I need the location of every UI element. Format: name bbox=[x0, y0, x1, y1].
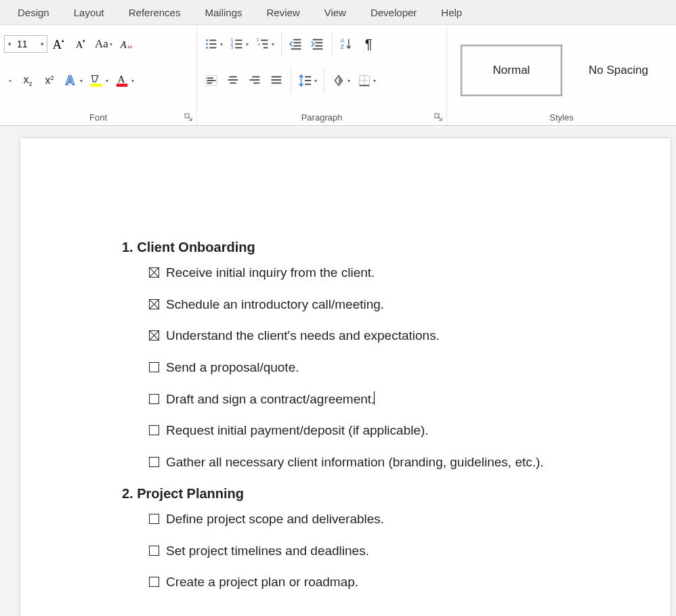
highlight-button[interactable]: ▾ bbox=[87, 68, 111, 93]
svg-point-10 bbox=[206, 39, 208, 41]
svg-rect-8 bbox=[117, 84, 128, 87]
style-no-spacing[interactable]: No Spacing bbox=[568, 45, 669, 96]
checkbox-icon[interactable] bbox=[149, 514, 159, 524]
svg-text:Z: Z bbox=[341, 44, 344, 50]
group-label-styles: Styles bbox=[451, 112, 672, 124]
checklist-text[interactable]: Send a proposal/quote. bbox=[166, 359, 299, 376]
align-left-button[interactable] bbox=[201, 68, 221, 93]
tab-help[interactable]: Help bbox=[429, 3, 474, 22]
tab-view[interactable]: View bbox=[312, 3, 358, 22]
checkbox-icon[interactable] bbox=[149, 577, 159, 587]
increase-indent-button[interactable] bbox=[308, 31, 328, 57]
strikethrough-indicator[interactable]: - bbox=[4, 68, 16, 93]
shrink-font-button[interactable]: A▾ bbox=[70, 31, 91, 57]
checklist-item[interactable]: Gather all necessary client information … bbox=[149, 454, 630, 471]
tab-layout[interactable]: Layout bbox=[62, 3, 117, 22]
group-font: ▾ ▾ A▴ A▾ Aa▾ A - x2 x2 A▾ ▾ A▾ Font bbox=[0, 25, 197, 125]
checklist-text[interactable]: Define project scope and deliverables. bbox=[166, 511, 384, 528]
grow-font-button[interactable]: A▴ bbox=[49, 31, 69, 57]
decrease-indent-button[interactable] bbox=[286, 31, 306, 57]
tab-mailings[interactable]: Mailings bbox=[192, 3, 254, 22]
font-dialog-launcher[interactable] bbox=[183, 112, 194, 123]
checkbox-icon[interactable] bbox=[149, 330, 159, 340]
svg-text:▴: ▴ bbox=[62, 37, 64, 43]
checklist-item[interactable]: Understand the client's needs and expect… bbox=[149, 328, 630, 345]
group-label-font: Font bbox=[4, 112, 192, 124]
text-cursor bbox=[374, 391, 375, 405]
font-dropdown-left[interactable]: ▾ bbox=[5, 41, 14, 47]
checklist-text[interactable]: Draft and sign a contract/agreement. bbox=[166, 391, 375, 408]
svg-point-11 bbox=[206, 43, 208, 45]
checkbox-icon[interactable] bbox=[149, 425, 159, 435]
checklist-text[interactable]: Understand the client's needs and expect… bbox=[166, 328, 440, 345]
font-size-dropdown[interactable]: ▾ bbox=[37, 41, 47, 47]
tab-references[interactable]: References bbox=[117, 3, 193, 22]
sort-button[interactable]: AZ bbox=[337, 31, 357, 57]
font-size-input[interactable] bbox=[14, 37, 37, 51]
svg-text:3: 3 bbox=[231, 45, 234, 49]
svg-text:A: A bbox=[341, 38, 345, 44]
svg-text:A: A bbox=[120, 39, 127, 50]
checkbox-icon[interactable] bbox=[149, 457, 159, 467]
svg-text:A: A bbox=[53, 38, 62, 51]
numbering-button[interactable]: 123▾ bbox=[227, 31, 251, 57]
checklist-text[interactable]: Receive initial inquiry from the client. bbox=[166, 265, 375, 282]
checkbox-icon[interactable] bbox=[149, 267, 159, 278]
show-paragraph-marks-button[interactable]: ¶ bbox=[358, 31, 379, 57]
ribbon-tabs: Design Layout References Mailings Review… bbox=[0, 0, 676, 24]
text-effects-button[interactable]: A▾ bbox=[61, 68, 85, 93]
section-heading[interactable]: 2. Project Planning bbox=[122, 486, 630, 502]
checklist-text[interactable]: Set project timelines and deadlines. bbox=[166, 543, 369, 560]
checklist-item[interactable]: Send a proposal/quote. bbox=[149, 359, 630, 376]
group-paragraph: ▾ 123▾ 1a▾ AZ ¶ ▾ ▾ ▾ Pa bbox=[197, 25, 447, 125]
justify-button[interactable] bbox=[266, 68, 287, 93]
document-page[interactable]: 1. Client OnboardingReceive initial inqu… bbox=[20, 138, 671, 616]
checklist-item[interactable]: Schedule an introductory call/meeting. bbox=[149, 296, 630, 313]
svg-point-12 bbox=[206, 47, 208, 49]
superscript-button[interactable]: x2 bbox=[39, 68, 60, 93]
checklist-item[interactable]: Set project timelines and deadlines. bbox=[149, 543, 630, 560]
svg-text:a: a bbox=[258, 42, 261, 46]
checkbox-icon[interactable] bbox=[149, 362, 159, 372]
line-spacing-button[interactable]: ▾ bbox=[295, 68, 320, 93]
checklist-text[interactable]: Gather all necessary client information … bbox=[166, 454, 544, 471]
checklist-text[interactable]: Request initial payment/deposit (if appl… bbox=[166, 422, 429, 439]
bullets-button[interactable]: ▾ bbox=[201, 31, 226, 57]
multilevel-list-button[interactable]: 1a▾ bbox=[253, 31, 277, 57]
clear-formatting-button[interactable]: A bbox=[117, 31, 137, 57]
borders-button[interactable]: ▾ bbox=[354, 68, 379, 93]
shading-button[interactable]: ▾ bbox=[329, 68, 353, 93]
section-heading[interactable]: 1. Client Onboarding bbox=[122, 240, 630, 255]
checklist-item[interactable]: Create a project plan or roadmap. bbox=[149, 574, 630, 591]
checklist-item[interactable]: Draft and sign a contract/agreement. bbox=[149, 391, 630, 408]
group-styles: Normal No Spacing Styles bbox=[447, 25, 676, 125]
font-size-control: ▾ ▾ bbox=[4, 35, 47, 53]
checkbox-icon[interactable] bbox=[149, 299, 159, 309]
paragraph-dialog-launcher[interactable] bbox=[433, 112, 444, 123]
svg-text:A: A bbox=[66, 73, 75, 87]
ribbon: ▾ ▾ A▴ A▾ Aa▾ A - x2 x2 A▾ ▾ A▾ Font bbox=[0, 24, 676, 126]
svg-text:▾: ▾ bbox=[83, 38, 85, 44]
document-canvas: 1. Client OnboardingReceive initial inqu… bbox=[0, 126, 676, 616]
checklist-item[interactable]: Define project scope and deliverables. bbox=[149, 511, 630, 528]
change-case-button[interactable]: Aa▾ bbox=[92, 31, 115, 57]
subscript-button[interactable]: x2 bbox=[18, 68, 38, 93]
checklist-text[interactable]: Create a project plan or roadmap. bbox=[166, 574, 358, 591]
tab-review[interactable]: Review bbox=[255, 3, 312, 22]
style-normal[interactable]: Normal bbox=[461, 45, 562, 96]
tab-developer[interactable]: Developer bbox=[358, 3, 429, 22]
checkbox-icon[interactable] bbox=[149, 394, 159, 404]
font-color-button[interactable]: A▾ bbox=[112, 68, 137, 93]
checklist-text[interactable]: Schedule an introductory call/meeting. bbox=[166, 296, 384, 313]
checkbox-icon[interactable] bbox=[149, 546, 159, 556]
group-label-paragraph: Paragraph bbox=[201, 112, 442, 124]
align-right-button[interactable] bbox=[245, 68, 265, 93]
svg-rect-6 bbox=[91, 84, 102, 87]
tab-design[interactable]: Design bbox=[5, 3, 62, 22]
align-center-button[interactable] bbox=[223, 68, 243, 93]
checklist-item[interactable]: Receive initial inquiry from the client. bbox=[149, 265, 630, 282]
checklist-item[interactable]: Request initial payment/deposit (if appl… bbox=[149, 422, 630, 439]
svg-text:A: A bbox=[118, 74, 125, 85]
